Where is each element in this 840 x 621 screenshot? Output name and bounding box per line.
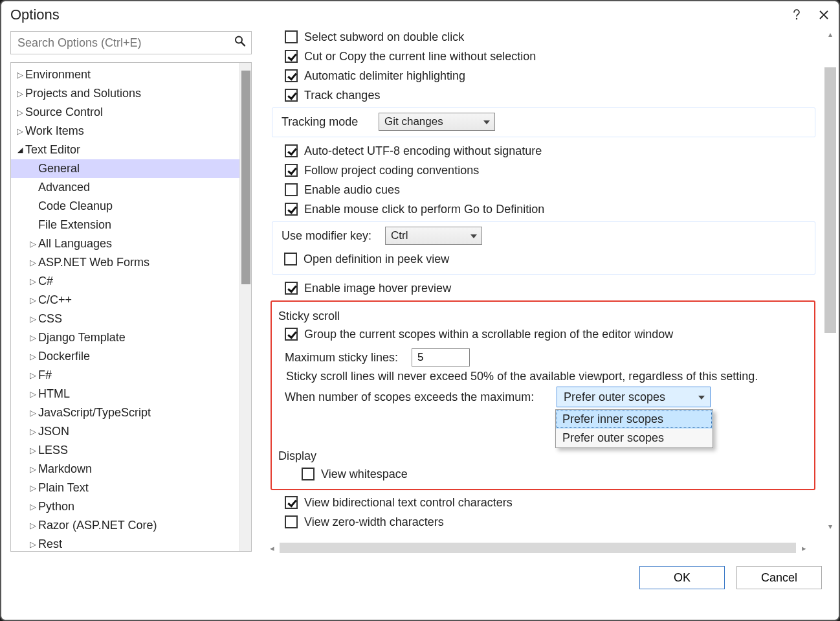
close-icon[interactable] bbox=[818, 9, 830, 21]
chevron-right-icon: ▷ bbox=[29, 277, 37, 286]
tree-node-work-items[interactable]: ▷Work Items bbox=[11, 122, 251, 141]
tree-node-label: Python bbox=[38, 500, 74, 514]
tree-node-dockerfile[interactable]: ▷Dockerfile bbox=[11, 347, 251, 366]
tree-scrollbar[interactable] bbox=[239, 63, 251, 551]
help-icon[interactable] bbox=[791, 9, 802, 21]
chevron-right-icon: ▷ bbox=[29, 521, 37, 530]
tree-node-label: C/C++ bbox=[38, 293, 72, 307]
chevron-right-icon: ▷ bbox=[29, 427, 37, 436]
svg-point-0 bbox=[796, 18, 797, 19]
settings-panel: Select subword on double click Cut or Co… bbox=[254, 27, 839, 534]
checkbox-utf8[interactable] bbox=[285, 144, 298, 157]
checkbox-audio[interactable] bbox=[285, 183, 298, 196]
ok-button[interactable]: OK bbox=[639, 566, 725, 589]
tree-node-plain-text[interactable]: ▷Plain Text bbox=[11, 479, 251, 497]
panel-vscrollbar[interactable]: ▴ ▾ bbox=[823, 27, 837, 534]
tree-node-label: JSON bbox=[38, 425, 69, 438]
checkbox-sticky[interactable] bbox=[285, 328, 298, 341]
tree-node-text-editor[interactable]: ◢Text Editor bbox=[11, 141, 251, 159]
scope-dropdown[interactable]: Prefer outer scopes bbox=[557, 387, 711, 407]
checkbox-subword[interactable] bbox=[285, 30, 298, 43]
tree-node-label: Razor (ASP.NET Core) bbox=[38, 519, 157, 532]
chevron-right-icon: ▷ bbox=[29, 539, 37, 549]
tree-node-razor-asp-net-core-[interactable]: ▷Razor (ASP.NET Core) bbox=[11, 516, 251, 535]
checkbox-delim[interactable] bbox=[285, 69, 298, 82]
tree-node-javascript-typescript[interactable]: ▷JavaScript/TypeScript bbox=[11, 403, 251, 422]
label-cutcopy: Cut or Copy the current line without sel… bbox=[304, 50, 536, 63]
chevron-right-icon: ▷ bbox=[16, 89, 24, 98]
tree-node-html[interactable]: ▷HTML bbox=[11, 385, 251, 403]
vscroll-thumb[interactable] bbox=[824, 67, 836, 333]
tree-node-label: Environment bbox=[25, 68, 91, 82]
tree-node-label: JavaScript/TypeScript bbox=[38, 406, 151, 420]
tree-node-python[interactable]: ▷Python bbox=[11, 497, 251, 516]
tree-node-f-[interactable]: ▷F# bbox=[11, 366, 251, 385]
tree-node-less[interactable]: ▷LESS bbox=[11, 441, 251, 460]
chevron-right-icon: ▷ bbox=[29, 295, 37, 305]
tree-node-json[interactable]: ▷JSON bbox=[11, 422, 251, 441]
label-delim: Automatic delimiter highlighting bbox=[304, 69, 465, 83]
tree-node-projects-and-solutions[interactable]: ▷Projects and Solutions bbox=[11, 84, 251, 103]
chevron-right-icon: ▷ bbox=[29, 483, 37, 493]
goto-group: Use modifier key: Ctrl Open definition i… bbox=[272, 221, 815, 275]
scope-dropdown-list[interactable]: Prefer inner scopes Prefer outer scopes bbox=[555, 409, 713, 448]
scroll-right-icon[interactable]: ▸ bbox=[797, 541, 810, 554]
tree-node-asp-net-web-forms[interactable]: ▷ASP.NET Web Forms bbox=[11, 253, 251, 272]
tracking-group: Tracking mode Git changes bbox=[272, 107, 815, 137]
tree-scroll-thumb[interactable] bbox=[241, 71, 250, 284]
chevron-right-icon: ▷ bbox=[29, 408, 37, 418]
label-track: Track changes bbox=[304, 89, 380, 102]
checkbox-cutcopy[interactable] bbox=[285, 50, 298, 63]
category-tree[interactable]: ▷Environment▷Projects and Solutions▷Sour… bbox=[10, 62, 252, 552]
sticky-header: Sticky scroll bbox=[278, 310, 809, 323]
tree-node-css[interactable]: ▷CSS bbox=[11, 310, 251, 328]
tree-node-label: C# bbox=[38, 275, 53, 288]
tree-node-label: Plain Text bbox=[38, 481, 89, 495]
tracking-mode-dropdown[interactable]: Git changes bbox=[379, 113, 495, 131]
chevron-right-icon: ▷ bbox=[16, 126, 24, 136]
tree-node-code-cleanup[interactable]: ▷Code Cleanup bbox=[11, 197, 251, 216]
tree-node-c-c-[interactable]: ▷C/C++ bbox=[11, 291, 251, 310]
label-peek: Open definition in peek view bbox=[304, 253, 449, 266]
sticky-scroll-group: Sticky scroll Group the current scopes w… bbox=[271, 300, 815, 490]
sticky-max-input[interactable] bbox=[412, 348, 470, 367]
scroll-left-icon[interactable]: ◂ bbox=[265, 541, 278, 554]
search-input[interactable] bbox=[16, 36, 230, 51]
checkbox-bidi[interactable] bbox=[285, 496, 298, 509]
tree-node-django-template[interactable]: ▷Django Template bbox=[11, 328, 251, 347]
checkbox-track[interactable] bbox=[285, 89, 298, 102]
tree-node-all-languages[interactable]: ▷All Languages bbox=[11, 234, 251, 253]
modifier-dropdown[interactable]: Ctrl bbox=[385, 227, 482, 245]
tree-node-rest[interactable]: ▷Rest bbox=[11, 535, 251, 552]
checkbox-zero[interactable] bbox=[285, 515, 298, 528]
scope-option-inner[interactable]: Prefer inner scopes bbox=[556, 410, 713, 429]
hscroll-thumb[interactable] bbox=[280, 543, 796, 553]
scope-option-outer[interactable]: Prefer outer scopes bbox=[556, 429, 713, 447]
panel-hscrollbar[interactable]: ◂ ▸ bbox=[265, 541, 810, 554]
tree-node-advanced[interactable]: ▷Advanced bbox=[11, 178, 251, 197]
chevron-right-icon: ▷ bbox=[29, 258, 37, 267]
cancel-button[interactable]: Cancel bbox=[736, 566, 822, 589]
tree-node-label: Projects and Solutions bbox=[25, 87, 141, 100]
label-audio: Enable audio cues bbox=[304, 183, 400, 197]
checkbox-goto[interactable] bbox=[285, 203, 298, 216]
chevron-right-icon: ▷ bbox=[29, 333, 37, 343]
tree-node-label: Source Control bbox=[25, 106, 103, 119]
tree-node-source-control[interactable]: ▷Source Control bbox=[11, 103, 251, 122]
tree-node-file-extension[interactable]: ▷File Extension bbox=[11, 216, 251, 234]
tree-node-markdown[interactable]: ▷Markdown bbox=[11, 460, 251, 479]
checkbox-peek[interactable] bbox=[284, 253, 297, 265]
tree-node-general[interactable]: ▷General bbox=[11, 159, 251, 178]
scroll-up-icon[interactable]: ▴ bbox=[823, 28, 837, 40]
chevron-right-icon: ▷ bbox=[16, 70, 24, 80]
checkbox-hover[interactable] bbox=[285, 282, 298, 295]
checkbox-follow[interactable] bbox=[285, 164, 298, 177]
tree-node-c-[interactable]: ▷C# bbox=[11, 272, 251, 291]
title-bar: Options bbox=[1, 1, 839, 27]
scroll-down-icon[interactable]: ▾ bbox=[823, 521, 837, 532]
search-box[interactable] bbox=[10, 31, 252, 54]
tree-node-environment[interactable]: ▷Environment bbox=[11, 65, 251, 84]
tree-node-label: ASP.NET Web Forms bbox=[38, 256, 149, 269]
checkbox-whitespace[interactable] bbox=[302, 468, 315, 480]
tree-node-label: All Languages bbox=[38, 237, 112, 251]
